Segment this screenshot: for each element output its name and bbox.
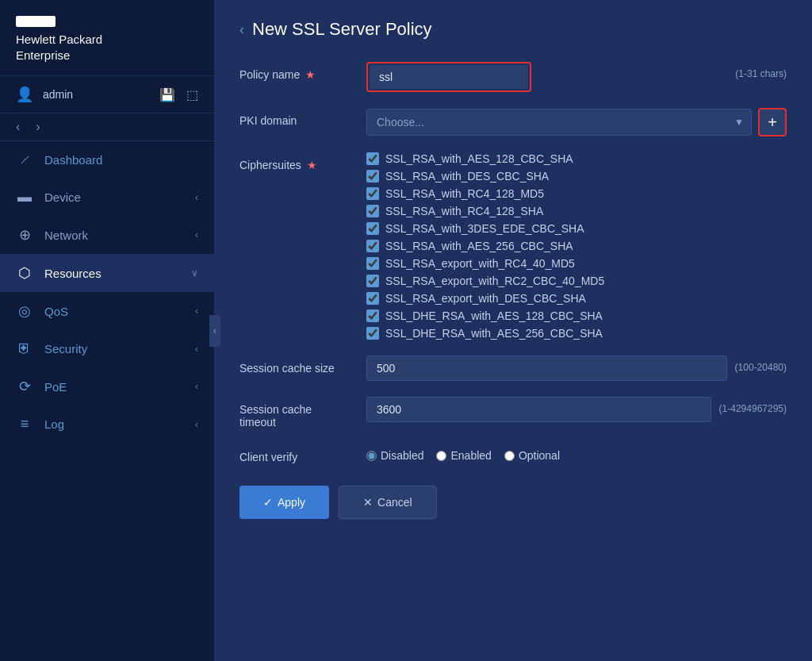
policy-name-input[interactable]	[370, 65, 528, 89]
qos-icon: ◎	[16, 302, 33, 320]
sidebar: Hewlett Packard Enterprise 👤 admin 💾 ⬚ ‹…	[0, 0, 214, 661]
chevron-right-icon: ‹	[195, 419, 198, 430]
poe-icon: ⟳	[16, 378, 33, 395]
pki-domain-label: PKI domain	[239, 108, 366, 127]
cancel-button[interactable]: ✕ Cancel	[339, 486, 437, 519]
ciphersuites-list: SSL_RSA_with_AES_128_CBC_SHA SSL_RSA_wit…	[366, 152, 787, 340]
cipher-item: SSL_RSA_with_RC4_128_SHA	[366, 205, 787, 217]
cipher-label: SSL_RSA_export_with_RC4_40_MD5	[385, 257, 575, 270]
user-icon: 👤	[16, 86, 33, 103]
sidebar-item-device[interactable]: ▬ Device ‹	[0, 179, 214, 216]
cipher-checkbox-10[interactable]	[366, 327, 379, 340]
cancel-x-icon: ✕	[363, 496, 373, 509]
session-cache-timeout-input[interactable]	[366, 397, 711, 422]
cipher-label: SSL_RSA_with_RC4_128_SHA	[385, 205, 543, 217]
session-cache-timeout-hint: (1-4294967295)	[711, 397, 787, 414]
pki-input-group: Choose... ▼ +	[366, 108, 787, 136]
policy-name-field	[366, 62, 727, 92]
chevron-right-icon: ‹	[195, 192, 198, 203]
cipher-checkbox-0[interactable]	[366, 152, 379, 165]
client-verify-radio-group: Disabled Enabled Optional	[366, 444, 787, 462]
cipher-item: SSL_DHE_RSA_with_AES_128_CBC_SHA	[366, 309, 787, 322]
cipher-label: SSL_RSA_export_with_RC2_CBC_40_MD5	[385, 275, 604, 287]
ciphersuites-row: Ciphersuites ★ SSL_RSA_with_AES_128_CBC_…	[239, 152, 787, 340]
cipher-checkbox-7[interactable]	[366, 275, 379, 287]
security-icon: ⛨	[16, 340, 33, 357]
policy-name-label: Policy name ★	[239, 62, 366, 81]
cipher-checkbox-4[interactable]	[366, 222, 379, 235]
cipher-item: SSL_RSA_with_AES_256_CBC_SHA	[366, 240, 787, 252]
sidebar-item-network[interactable]: ⊕ Network ‹	[0, 216, 214, 254]
session-cache-size-hint: (100-20480)	[727, 355, 787, 373]
cipher-item: SSL_RSA_with_3DES_EDE_CBC_SHA	[366, 222, 787, 235]
cipher-label: SSL_DHE_RSA_with_AES_128_CBC_SHA	[385, 309, 603, 322]
session-cache-timeout-row: Session cache timeout (1-4294967295)	[239, 397, 787, 428]
sidebar-item-security[interactable]: ⛨ Security ‹	[0, 330, 214, 367]
sidebar-user-bar: 👤 admin 💾 ⬚	[0, 76, 214, 113]
page-header: ‹ New SSL Server Policy	[239, 19, 787, 40]
cipher-checkbox-8[interactable]	[366, 292, 379, 305]
cipher-item: SSL_DHE_RSA_with_AES_256_CBC_SHA	[366, 327, 787, 340]
sidebar-logo: Hewlett Packard Enterprise	[0, 0, 214, 76]
ciphersuites-list-wrapper: SSL_RSA_with_AES_128_CBC_SHA SSL_RSA_wit…	[366, 152, 787, 340]
client-verify-disabled[interactable]: Disabled	[366, 449, 423, 462]
client-verify-optional-radio[interactable]	[504, 451, 515, 461]
dashboard-icon: ⟋	[16, 152, 33, 168]
client-verify-label: Client verify	[239, 444, 366, 463]
session-cache-size-row: Session cache size (100-20480)	[239, 355, 787, 381]
cipher-item: SSL_RSA_export_with_RC2_CBC_40_MD5	[366, 275, 787, 287]
action-buttons: ✓ Apply ✕ Cancel	[239, 486, 787, 535]
pki-add-button[interactable]: +	[758, 108, 787, 136]
sidebar-item-log[interactable]: ≡ Log ‹	[0, 405, 214, 443]
nav-arrows: ‹ ›	[0, 113, 214, 141]
log-icon: ≡	[16, 416, 33, 432]
user-actions: 💾 ⬚	[159, 87, 198, 102]
pki-select-wrapper: Choose... ▼	[366, 109, 752, 136]
cipher-label: SSL_RSA_export_with_DES_CBC_SHA	[385, 292, 586, 305]
nav-forward-arrow[interactable]: ›	[36, 120, 40, 134]
chevron-down-icon: ∨	[191, 267, 198, 279]
cipher-label: SSL_RSA_with_3DES_EDE_CBC_SHA	[385, 222, 584, 235]
policy-name-hint: (1-31 chars)	[727, 62, 787, 79]
client-verify-row: Client verify Disabled Enabled Optional	[239, 444, 787, 463]
cipher-checkbox-3[interactable]	[366, 205, 379, 217]
back-arrow[interactable]: ‹	[239, 21, 244, 38]
logout-icon[interactable]: ⬚	[186, 87, 198, 102]
client-verify-enabled-radio[interactable]	[436, 451, 446, 461]
pki-domain-select[interactable]: Choose...	[366, 109, 752, 136]
client-verify-enabled[interactable]: Enabled	[436, 449, 491, 462]
cipher-label: SSL_RSA_with_DES_CBC_SHA	[385, 170, 549, 183]
session-cache-size-input[interactable]	[366, 355, 727, 381]
chevron-right-icon: ‹	[195, 344, 198, 355]
session-cache-size-field	[366, 355, 727, 381]
client-verify-optional[interactable]: Optional	[504, 449, 560, 462]
chevron-right-icon: ‹	[195, 306, 198, 317]
apply-button[interactable]: ✓ Apply	[239, 486, 329, 519]
nav-back-arrow[interactable]: ‹	[16, 120, 20, 134]
sidebar-item-poe[interactable]: ⟳ PoE ‹	[0, 367, 214, 405]
cipher-item: SSL_RSA_with_RC4_128_MD5	[366, 187, 787, 200]
cipher-checkbox-6[interactable]	[366, 257, 379, 270]
cipher-checkbox-2[interactable]	[366, 187, 379, 200]
save-icon[interactable]: 💾	[159, 87, 175, 102]
chevron-right-icon: ‹	[195, 381, 198, 392]
session-cache-timeout-label: Session cache timeout	[239, 397, 366, 428]
network-icon: ⊕	[16, 226, 33, 244]
username: admin	[43, 88, 150, 101]
cipher-checkbox-9[interactable]	[366, 309, 379, 322]
sidebar-item-dashboard[interactable]: ⟋ Dashboard	[0, 141, 214, 179]
cipher-item: SSL_RSA_export_with_DES_CBC_SHA	[366, 292, 787, 305]
cipher-label: SSL_RSA_with_AES_256_CBC_SHA	[385, 240, 573, 252]
device-icon: ▬	[16, 189, 33, 206]
cipher-checkbox-5[interactable]	[366, 240, 379, 252]
sidebar-item-qos[interactable]: ◎ QoS ‹	[0, 292, 214, 330]
sidebar-collapse-handle[interactable]: ‹	[209, 315, 220, 347]
chevron-right-icon: ‹	[195, 229, 198, 240]
ssl-policy-form: Policy name ★ (1-31 chars) PKI domain Ch…	[239, 62, 787, 535]
cipher-item: SSL_RSA_with_DES_CBC_SHA	[366, 170, 787, 183]
sidebar-item-resources[interactable]: ⬡ Resources ∨	[0, 254, 214, 292]
client-verify-disabled-radio[interactable]	[366, 451, 377, 461]
cipher-checkbox-1[interactable]	[366, 170, 379, 183]
cipher-item: SSL_RSA_export_with_RC4_40_MD5	[366, 257, 787, 270]
nav-menu: ⟋ Dashboard ▬ Device ‹ ⊕ Network ‹ ⬡ Res…	[0, 141, 214, 661]
